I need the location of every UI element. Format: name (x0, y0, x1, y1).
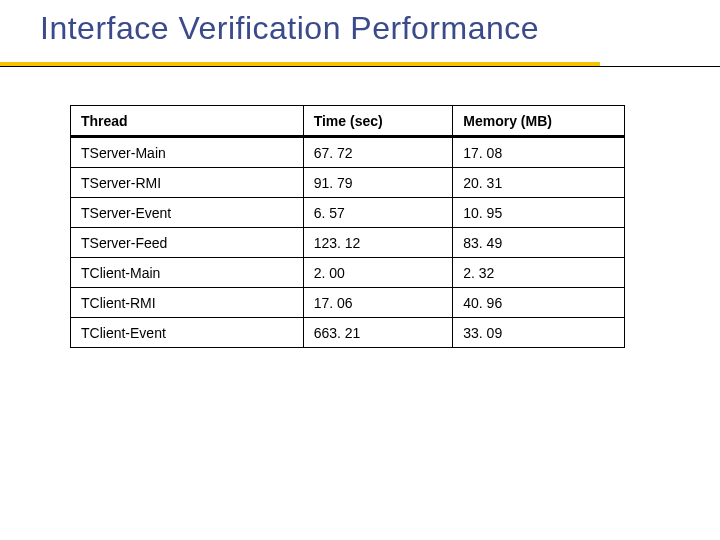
col-header-memory: Memory (MB) (453, 106, 625, 137)
cell-time: 91. 79 (303, 168, 453, 198)
cell-memory: 40. 96 (453, 288, 625, 318)
table-row: TServer-Main 67. 72 17. 08 (71, 137, 625, 168)
cell-thread: TServer-Main (71, 137, 304, 168)
col-header-thread: Thread (71, 106, 304, 137)
cell-memory: 10. 95 (453, 198, 625, 228)
cell-memory: 20. 31 (453, 168, 625, 198)
table-row: TClient-Event 663. 21 33. 09 (71, 318, 625, 348)
cell-memory: 17. 08 (453, 137, 625, 168)
cell-thread: TServer-Event (71, 198, 304, 228)
title-rule (0, 66, 720, 67)
performance-table-wrap: Thread Time (sec) Memory (MB) TServer-Ma… (70, 105, 625, 348)
table-row: TClient-Main 2. 00 2. 32 (71, 258, 625, 288)
cell-thread: TClient-Event (71, 318, 304, 348)
table-row: TServer-RMI 91. 79 20. 31 (71, 168, 625, 198)
table-header-row: Thread Time (sec) Memory (MB) (71, 106, 625, 137)
table-row: TServer-Event 6. 57 10. 95 (71, 198, 625, 228)
cell-memory: 2. 32 (453, 258, 625, 288)
table-row: TServer-Feed 123. 12 83. 49 (71, 228, 625, 258)
slide: Interface Verification Performance Threa… (0, 0, 720, 540)
cell-thread: TServer-Feed (71, 228, 304, 258)
cell-time: 2. 00 (303, 258, 453, 288)
col-header-time: Time (sec) (303, 106, 453, 137)
cell-thread: TClient-RMI (71, 288, 304, 318)
cell-time: 67. 72 (303, 137, 453, 168)
table-row: TClient-RMI 17. 06 40. 96 (71, 288, 625, 318)
cell-time: 663. 21 (303, 318, 453, 348)
cell-time: 123. 12 (303, 228, 453, 258)
page-title: Interface Verification Performance (40, 10, 539, 47)
cell-thread: TServer-RMI (71, 168, 304, 198)
cell-time: 6. 57 (303, 198, 453, 228)
cell-memory: 33. 09 (453, 318, 625, 348)
cell-time: 17. 06 (303, 288, 453, 318)
cell-memory: 83. 49 (453, 228, 625, 258)
cell-thread: TClient-Main (71, 258, 304, 288)
performance-table: Thread Time (sec) Memory (MB) TServer-Ma… (70, 105, 625, 348)
